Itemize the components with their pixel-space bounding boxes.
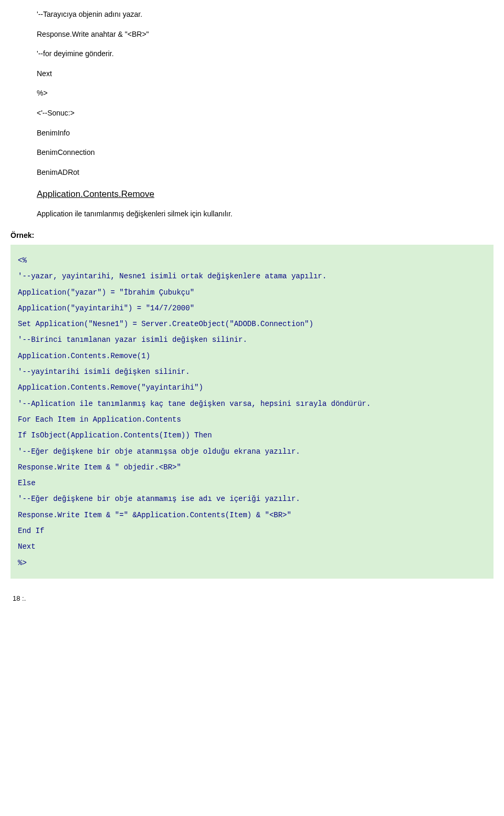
code-line: Next bbox=[18, 541, 488, 552]
code-line: '--Birinci tanımlanan yazar isimli değiş… bbox=[18, 334, 488, 345]
code-line: For Each Item in Application.Contents bbox=[18, 414, 488, 425]
code-line: Set Application("Nesne1") = Server.Creat… bbox=[18, 319, 488, 329]
intro-line: '--for deyimine gönderir. bbox=[37, 49, 494, 59]
intro-line: <'--Sonuc:> bbox=[37, 108, 494, 119]
code-line: <% bbox=[18, 255, 488, 266]
code-line: Application("yazar") = "İbrahim Çubukçu" bbox=[18, 287, 488, 298]
intro-line: BenimADRot bbox=[37, 168, 494, 178]
intro-line: '--Tarayıcıya objenin adını yazar. bbox=[37, 9, 494, 20]
intro-line: BenimConnection bbox=[37, 148, 494, 158]
code-line: %> bbox=[18, 558, 488, 568]
code-line: If IsObject(Application.Contents(Item)) … bbox=[18, 430, 488, 441]
section-description: Application ile tanımlanmış değişkenleri… bbox=[37, 209, 494, 219]
example-label: Örnek: bbox=[10, 231, 494, 239]
intro-block: '--Tarayıcıya objenin adını yazar. Respo… bbox=[10, 9, 494, 219]
code-line: Application("yayintarihi") = "14/7/2000" bbox=[18, 303, 488, 313]
code-line: '--Eğer değişkene bir obje atanmamış ise… bbox=[18, 494, 488, 504]
code-block: <% '--yazar, yayintarihi, Nesne1 isimli … bbox=[10, 245, 494, 579]
code-line: Application.Contents.Remove(1) bbox=[18, 351, 488, 361]
code-line: Response.Write Item & "=" &Application.C… bbox=[18, 510, 488, 520]
code-line: Application.Contents.Remove("yayintarihi… bbox=[18, 382, 488, 393]
code-line: '--yayintarihi isimli değişken silinir. bbox=[18, 367, 488, 377]
intro-line: Next bbox=[37, 69, 494, 79]
code-line: Else bbox=[18, 478, 488, 488]
intro-line: BenimInfo bbox=[37, 128, 494, 139]
page-number-footer: 18 :. bbox=[10, 594, 494, 602]
intro-line: %> bbox=[37, 88, 494, 99]
code-line: '--yazar, yayintarihi, Nesne1 isimli ort… bbox=[18, 271, 488, 281]
intro-line: Response.Write anahtar & "<BR>" bbox=[37, 29, 494, 40]
document-page: '--Tarayıcıya objenin adını yazar. Respo… bbox=[0, 9, 504, 613]
code-line: Response.Write Item & " objedir.<BR>" bbox=[18, 462, 488, 473]
section-heading-link[interactable]: Application.Contents.Remove bbox=[37, 189, 494, 200]
code-line: End If bbox=[18, 526, 488, 536]
code-line: '--Eğer değişkene bir obje atanmışsa obj… bbox=[18, 446, 488, 457]
code-line: '--Aplication ile tanımlanmış kaç tane d… bbox=[18, 399, 488, 409]
